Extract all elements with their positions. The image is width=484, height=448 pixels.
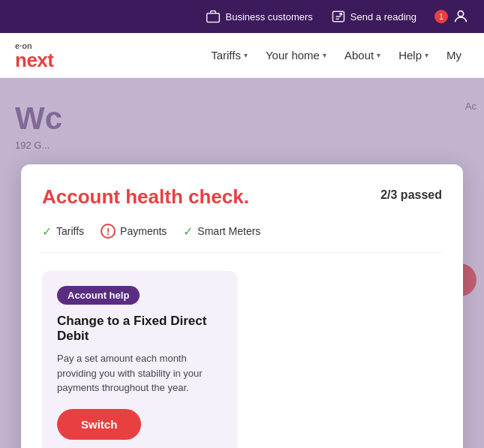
chevron-down-icon: ▾ (323, 51, 326, 59)
check-item-tariffs: ✓ Tariffs (42, 224, 84, 239)
svg-rect-0 (207, 14, 220, 23)
send-reading-label: Send a reading (350, 11, 416, 23)
chevron-down-icon: ▾ (425, 51, 428, 59)
check-warn-icon: ! (101, 224, 116, 239)
info-card-title: Change to a Fixed Direct Debit (57, 314, 222, 344)
info-card-desc: Pay a set amount each month providing yo… (57, 351, 222, 395)
meter-icon (331, 9, 346, 24)
check-pass-icon: ✓ (183, 224, 193, 239)
briefcase-icon (206, 9, 221, 24)
svg-point-2 (340, 13, 342, 15)
account-help-badge: Account help (57, 286, 140, 305)
page-background: Wc 192 G... Ac › t paym payme ment is s … (0, 78, 484, 448)
modal-header: Account health check. 2/3 passed (42, 185, 442, 209)
check-item-smart-meters: ✓ Smart Meters (183, 224, 260, 239)
modal-title: Account health check. (42, 185, 249, 209)
account-health-modal: Account health check. 2/3 passed ✓ Tarif… (21, 164, 463, 448)
utility-bar: Business customers Send a reading 1 (0, 0, 484, 33)
check-pass-icon: ✓ (42, 224, 52, 239)
svg-point-3 (458, 11, 463, 17)
nav-tariffs[interactable]: Tariffs ▾ (203, 43, 255, 68)
chevron-down-icon: ▾ (244, 51, 248, 59)
passed-badge: 2/3 passed (380, 188, 442, 202)
navbar: e·on next Tariffs ▾ Your home ▾ About ▾ … (0, 33, 484, 78)
chevron-down-icon: ▾ (377, 51, 380, 59)
nav-about[interactable]: About ▾ (337, 43, 388, 68)
check-smart-meters-label: Smart Meters (197, 225, 260, 237)
check-item-payments: ! Payments (101, 224, 167, 239)
notification-badge: 1 (434, 10, 448, 23)
check-items-row: ✓ Tariffs ! Payments ✓ Smart Meters (42, 224, 442, 253)
nav-your-home[interactable]: Your home ▾ (258, 43, 334, 68)
notification-area[interactable]: 1 (434, 8, 469, 25)
business-customers-link[interactable]: Business customers (206, 9, 312, 24)
nav-items: Tariffs ▾ Your home ▾ About ▾ Help ▾ My (203, 43, 469, 68)
business-customers-label: Business customers (225, 11, 312, 23)
logo-next-text: next (15, 50, 53, 70)
check-payments-label: Payments (120, 225, 167, 237)
nav-my[interactable]: My (439, 43, 469, 68)
switch-button[interactable]: Switch (57, 409, 141, 440)
eon-next-logo[interactable]: e·on next (15, 41, 53, 70)
account-icon (452, 8, 469, 25)
send-reading-link[interactable]: Send a reading (331, 9, 416, 24)
info-card: Account help Change to a Fixed Direct De… (42, 271, 237, 448)
nav-help[interactable]: Help ▾ (391, 43, 436, 68)
check-tariffs-label: Tariffs (56, 225, 84, 237)
